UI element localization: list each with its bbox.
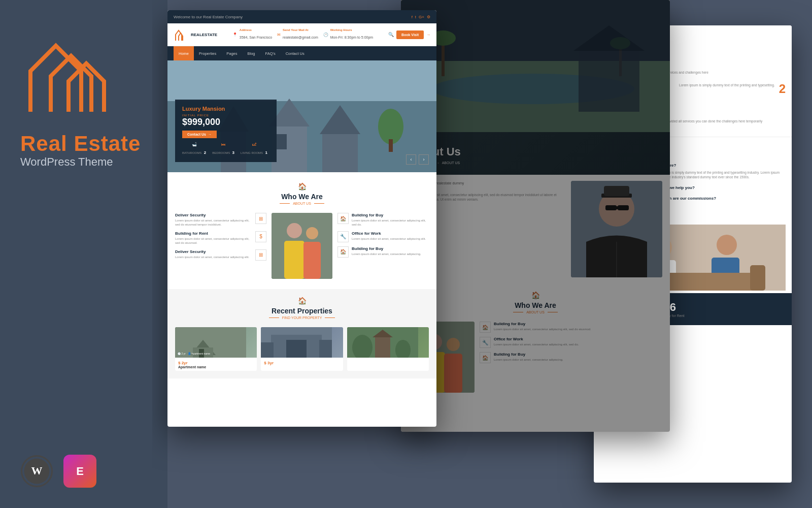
property-img-1: Featured 🕐 2 yr 👤 Apartment name [175, 327, 257, 358]
who-subtitle: ABOUT US [175, 202, 429, 205]
service-item-3: Deliver Security Lorem ipsum dolor sit a… [175, 249, 266, 261]
service-item-4: 🏠 Buliding for Buy Lorem ipsum dolor sit… [337, 213, 429, 227]
topbar-social: f t G+ ⚙ [412, 15, 430, 19]
service-3-desc: Lorem ipsum dolor sit amet, consectetur … [175, 255, 252, 259]
who-title: Who We Are [175, 193, 429, 201]
service-2-title: Buliding for Rent [175, 231, 252, 236]
svg-rect-17 [284, 241, 304, 279]
who-we-are-section: 🏠 Who We Are ABOUT US Deliver Security L… [167, 172, 436, 289]
property-img-3: Featured [347, 327, 429, 358]
service-6-text: Buliding for Buy Lorem ipsum dolor sit a… [352, 246, 429, 256]
screenshots-area: Welcome to our Real Estate Company f t G… [152, 0, 812, 508]
service-4-title: Buliding for Buy [352, 213, 429, 217]
book-visit-button[interactable]: Book Visit [396, 30, 424, 39]
nav-contact[interactable]: Contact Us [281, 46, 310, 60]
step-2-number: 2 [779, 83, 786, 95]
hero-content: Luxury Mansion INITIAL PRICE $999,000 Co… [175, 100, 429, 162]
address-label: Address [240, 28, 272, 31]
hero-feature-bedrooms: 🛏 BEDROOMS 3 [212, 142, 234, 156]
who-center-image [272, 213, 332, 279]
hero-card: Luxury Mansion INITIAL PRICE $999,000 Co… [175, 100, 277, 162]
elementor-icon: E [63, 455, 96, 488]
service-1-title: Deliver Security [175, 213, 252, 217]
nav-home[interactable]: Home [174, 46, 194, 60]
nav-pages[interactable]: Pages [221, 46, 242, 60]
who-content: Deliver Security Lorem ipsum dolor sit a… [175, 213, 429, 279]
hero-feature-living: 🛋 LIVING ROOMS 1 [241, 142, 267, 156]
service-6-icon: 🏠 [337, 246, 349, 258]
service-2-text: Buliding for Rent Lorem ipsum dolor sit … [175, 231, 252, 245]
bed-icon: 🛏 [212, 142, 234, 147]
svg-point-62 [717, 235, 737, 255]
property-1-info: $ 2yr Apartment name [175, 358, 257, 371]
arrow-right-icon[interactable]: → [426, 33, 430, 37]
prev-arrow[interactable]: ‹ [406, 154, 416, 165]
home-header: REALESTATE 📍 Address 3584, San Francisco… [167, 23, 436, 46]
hero-property-name: Luxury Mansion [182, 106, 269, 112]
hero-contact-button[interactable]: Contact Us → [182, 131, 217, 138]
svg-rect-27 [319, 340, 332, 358]
svg-rect-5 [167, 60, 436, 101]
properties-header: 🏠 Recent Properties FIND YOUR PROPERTY [175, 297, 429, 320]
property-card-3: Featured [347, 327, 429, 371]
home-logo-text: REALESTATE [191, 33, 217, 37]
svg-rect-19 [303, 242, 321, 279]
settings-icon: ⚙ [427, 15, 430, 19]
google-icon: G+ [419, 15, 424, 19]
sofa-icon: 🛋 [241, 142, 267, 147]
svg-point-18 [306, 227, 318, 239]
property-1-price: $ 2yr [178, 361, 254, 365]
service-item-2: Buliding for Rent Lorem ipsum dolor sit … [175, 231, 266, 245]
nav-properties[interactable]: Properties [194, 46, 221, 60]
service-4-icon: 🏠 [337, 213, 349, 224]
search-button[interactable]: 🔍 [388, 32, 394, 37]
hero-price: $999,000 [182, 117, 269, 128]
step-2-desc: Lorem ipsum is simply dummy text of the … [679, 83, 775, 88]
clock-icon: 🕐 [323, 33, 328, 37]
living-label: LIVING ROOMS [241, 151, 263, 154]
hero-section: Luxury Mansion INITIAL PRICE $999,000 Co… [167, 60, 436, 172]
svg-text:W: W [31, 464, 43, 477]
bedrooms-value: 3 [232, 150, 234, 155]
service-3-title: Deliver Security [175, 249, 252, 254]
svg-rect-66 [750, 265, 765, 291]
hero-navigation: ‹ › [406, 154, 429, 165]
home-site-logo: REALESTATE [174, 27, 217, 42]
address-info: 📍 Address 3584, San Francisco [232, 28, 272, 41]
service-6-desc: Lorem ipsum dolor sit amet, consectetur … [352, 252, 429, 256]
brand-logo [20, 30, 122, 122]
home-header-info: 📍 Address 3584, San Francisco ✉ Send You… [232, 28, 373, 41]
properties-subtitle: FIND YOUR PROPERTY [175, 316, 429, 320]
service-item-6: 🏠 Buliding for Buy Lorem ipsum dolor sit… [337, 246, 429, 258]
step-2-content: Lorem ipsum is simply dummy text of the … [679, 83, 775, 95]
arrow-icon: → [208, 133, 212, 136]
hero-feature-bathrooms: 🛁 BATHROOMS 2 [182, 142, 206, 156]
bedrooms-label: BEDROOMS [212, 151, 230, 154]
service-1-icon: ⊞ [255, 213, 266, 224]
hours-text: Mon-Fri: 8:30pm to 5:00pm [330, 36, 373, 39]
who-services-left: Deliver Security Lorem ipsum dolor sit a… [175, 213, 266, 279]
twitter-icon: t [415, 15, 416, 19]
next-arrow[interactable]: › [419, 154, 429, 165]
brand-sidebar: Real Estate WordPress Theme W E [0, 0, 167, 508]
brand-cms-icons: W E [20, 455, 96, 488]
nav-faqs[interactable]: FAQ's [260, 46, 281, 60]
service-5-text: Office for Work Lorem ipsum dolor sit am… [352, 231, 429, 241]
home-nav: Home Properties Pages Blog FAQ's Contact… [167, 46, 436, 60]
bathrooms-value: 2 [204, 150, 206, 155]
topbar-welcome: Welcome to our Real Estate Company [174, 15, 243, 19]
service-5-desc: Lorem ipsum dolor sit amet, consectetur … [352, 237, 429, 241]
service-1-desc: Lorem ipsum dolor sit amet, consectetur … [175, 218, 252, 227]
nav-blog[interactable]: Blog [242, 46, 260, 60]
location-icon: 📍 [232, 33, 238, 37]
mail-label: Send Your Mail At [283, 28, 318, 31]
svg-rect-26 [261, 342, 274, 358]
screenshot-home: Welcome to our Real Estate Company f t G… [167, 10, 436, 427]
home-logo-icon [174, 27, 188, 42]
properties-title: Recent Properties [175, 307, 429, 315]
service-1-text: Deliver Security Lorem ipsum dolor sit a… [175, 213, 252, 227]
service-5-title: Office for Work [352, 231, 429, 236]
svg-rect-32 [375, 337, 390, 358]
property-card-2: Featured $ 3yr [261, 327, 343, 371]
address-text: 3584, San Francisco [240, 36, 272, 39]
